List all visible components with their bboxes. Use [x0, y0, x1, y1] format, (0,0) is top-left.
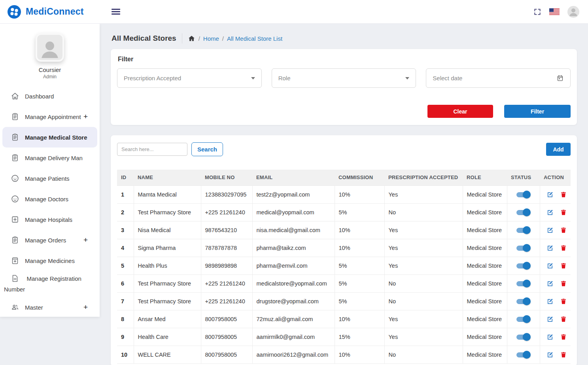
person-icon	[567, 6, 579, 18]
search-input[interactable]	[117, 143, 187, 156]
people-icon	[11, 303, 19, 312]
delete-icon[interactable]	[560, 280, 567, 287]
breadcrumb-home-link[interactable]: Home	[203, 35, 219, 42]
sidebar-item-manage-patients[interactable]: Manage Patients	[0, 168, 100, 189]
chevron-down-icon	[251, 77, 255, 79]
select-date-field[interactable]: Select date	[426, 68, 571, 88]
filter-card: Filter Prescription Accepted Role Select…	[111, 49, 577, 125]
edit-icon[interactable]	[546, 316, 554, 323]
chevron-down-icon	[405, 77, 409, 79]
table-row: 6 Test Pharmacy Store +225 21261240 medi…	[117, 274, 571, 292]
breadcrumb-home-icon[interactable]	[188, 35, 195, 42]
status-toggle[interactable]	[516, 208, 531, 217]
delete-icon[interactable]	[560, 316, 567, 323]
sidebar-item-manage-medical-store[interactable]: Manage Medical Store	[2, 127, 97, 148]
prescription-accepted-dropdown[interactable]: Prescription Accepted	[117, 68, 262, 88]
hospital-icon	[11, 215, 19, 224]
person-icon	[37, 36, 62, 62]
clipboard-icon	[11, 112, 19, 121]
calendar-icon	[556, 74, 564, 82]
us-flag-icon[interactable]	[549, 8, 560, 15]
edit-icon[interactable]	[546, 191, 554, 198]
table-row: 7 Test Pharmacy Store +225 21261240 drug…	[117, 292, 571, 310]
delete-icon[interactable]	[560, 262, 567, 269]
delete-icon[interactable]	[560, 351, 567, 358]
status-toggle[interactable]	[516, 333, 531, 341]
sidebar-item-dashboard[interactable]: Dashboard	[0, 86, 100, 106]
delete-icon[interactable]	[560, 333, 567, 340]
add-button[interactable]: Add	[546, 143, 571, 156]
table-row: 4 Sigma Pharma 7878787878 pharma@taikz.c…	[117, 239, 571, 257]
clipboard-icon	[11, 153, 19, 162]
face-icon	[11, 174, 19, 183]
delete-icon[interactable]	[560, 209, 567, 216]
expand-plus-icon[interactable]: +	[83, 236, 88, 244]
col-prescription: PRESCRIPTION ACCEPTED	[384, 170, 463, 185]
delete-icon[interactable]	[560, 191, 567, 198]
delete-icon[interactable]	[560, 244, 567, 252]
fullscreen-icon[interactable]	[533, 8, 541, 16]
status-toggle[interactable]	[516, 279, 531, 288]
sidebar-nav: Dashboard Manage Appointment + Manage Me…	[0, 86, 100, 318]
table-row: 3 Nisa Medical 9876543210 nisa.medical@g…	[117, 221, 571, 239]
breadcrumb: / Home / All Medical Store List	[188, 35, 282, 42]
status-toggle[interactable]	[516, 226, 531, 235]
status-toggle[interactable]	[516, 261, 531, 270]
status-toggle[interactable]	[516, 315, 531, 323]
status-toggle[interactable]	[516, 190, 531, 199]
sidebar: Coursier Admin Dashboard Manage Appointm…	[0, 24, 100, 317]
sidebar-avatar	[36, 33, 64, 62]
home-icon	[11, 92, 19, 100]
status-toggle[interactable]	[516, 244, 531, 252]
status-toggle[interactable]	[516, 297, 531, 306]
edit-icon[interactable]	[546, 333, 554, 340]
sidebar-item-manage-registration-number[interactable]: Manage Registration Number	[0, 271, 100, 297]
user-avatar[interactable]	[567, 6, 579, 18]
table-row: 9 Health Care 8007958005 aamirmlk0@gmail…	[117, 328, 571, 346]
sidebar-item-manage-delivery-man[interactable]: Manage Delivery Man	[0, 148, 100, 168]
sidebar-item-manage-medicines[interactable]: Manage Medicines	[0, 250, 100, 271]
page-title: All Medical Stores	[112, 34, 176, 43]
table-row: 5 Health Plus 9898989898 pharma@emvil.co…	[117, 257, 571, 274]
status-toggle[interactable]	[516, 350, 531, 359]
sidebar-item-manage-orders[interactable]: Manage Orders +	[0, 230, 100, 250]
clipboard-icon	[11, 133, 19, 142]
table-row: 8 Ansar Med 8007958005 72muz.ali@gmail.c…	[117, 310, 571, 328]
col-action: ACTION	[540, 170, 571, 185]
store-list-card: Search Add ID NAME MOBILE NO EMAIL COMMI…	[111, 135, 577, 365]
filter-button[interactable]: Filter	[504, 105, 571, 118]
clear-button[interactable]: Clear	[427, 105, 493, 118]
edit-icon[interactable]	[546, 227, 554, 234]
sidebar-item-manage-hospitals[interactable]: Manage Hospitals	[0, 209, 100, 230]
table-header-row: ID NAME MOBILE NO EMAIL COMMISSION PRESC…	[117, 170, 571, 185]
brand[interactable]: MediConnect	[0, 5, 100, 19]
edit-icon[interactable]	[546, 262, 554, 269]
top-bar: MediConnect	[0, 0, 588, 24]
medicine-box-icon	[11, 256, 19, 265]
table-row: 1 Mamta Medical 1238830297095 test2z@yop…	[117, 185, 571, 203]
edit-icon[interactable]	[546, 209, 554, 216]
search-button[interactable]: Search	[191, 142, 223, 156]
table-row: 2 Test Pharmacy Store +225 21261240 medi…	[117, 203, 571, 221]
document-icon	[11, 274, 19, 283]
mediconnect-logo-icon	[7, 5, 21, 19]
edit-icon[interactable]	[546, 244, 554, 252]
sidebar-item-master[interactable]: Master +	[0, 297, 100, 318]
face-icon	[11, 195, 19, 203]
edit-icon[interactable]	[546, 351, 554, 358]
role-dropdown[interactable]: Role	[272, 68, 416, 88]
filter-title: Filter	[117, 56, 571, 63]
delete-icon[interactable]	[560, 227, 567, 234]
expand-plus-icon[interactable]: +	[83, 303, 88, 312]
sidebar-item-manage-appointment[interactable]: Manage Appointment +	[0, 106, 100, 127]
edit-icon[interactable]	[546, 280, 554, 287]
sidebar-item-manage-doctors[interactable]: Manage Doctors	[0, 189, 100, 209]
col-id: ID	[117, 170, 134, 185]
expand-plus-icon[interactable]: +	[83, 112, 88, 121]
delete-icon[interactable]	[560, 298, 567, 305]
breadcrumb-current-link[interactable]: All Medical Store List	[227, 35, 282, 42]
sidebar-user-name: Coursier	[0, 66, 100, 73]
col-status: STATUS	[507, 170, 540, 185]
edit-icon[interactable]	[546, 298, 554, 305]
hamburger-menu-icon[interactable]	[112, 8, 120, 16]
